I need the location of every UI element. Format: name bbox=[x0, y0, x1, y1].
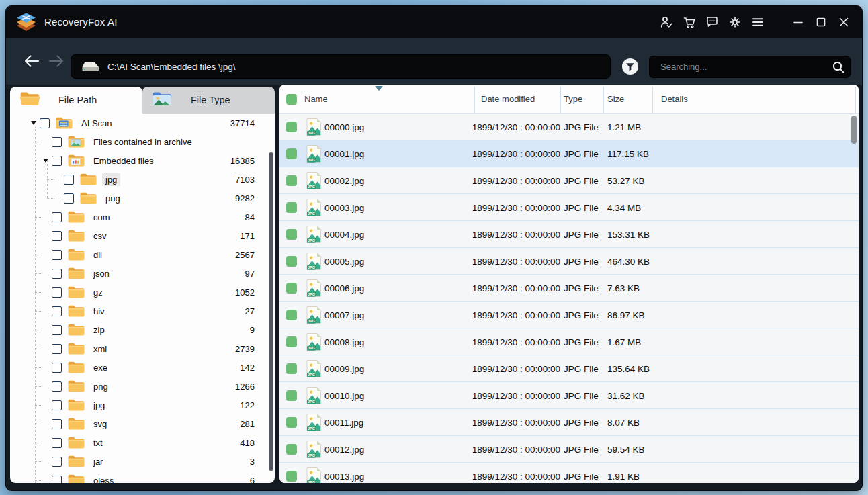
expander-icon[interactable] bbox=[30, 118, 40, 128]
column-header-name[interactable]: Name bbox=[304, 94, 328, 104]
settings-button[interactable] bbox=[724, 11, 746, 34]
tree-checkbox[interactable] bbox=[52, 363, 62, 373]
file-name: 00010.jpg bbox=[324, 390, 364, 400]
tree-checkbox[interactable] bbox=[52, 250, 62, 260]
tree-checkbox[interactable] bbox=[52, 269, 62, 279]
tree-item-svg[interactable]: svg281 bbox=[10, 414, 275, 433]
tree-item-txt[interactable]: txt418 bbox=[10, 433, 275, 452]
file-row-00004.jpg[interactable]: JPG00004.jpg1899/12/30 : 00:00:00JPG Fil… bbox=[279, 221, 859, 248]
column-header-type[interactable]: Type bbox=[564, 94, 582, 104]
maximize-button[interactable] bbox=[810, 11, 832, 34]
tree-item-oless[interactable]: oless6 bbox=[10, 471, 275, 483]
tree-checkbox[interactable] bbox=[64, 193, 74, 204]
sidebar-scrollbar[interactable] bbox=[269, 152, 273, 471]
pic-folder-icon bbox=[67, 135, 85, 148]
row-checkbox[interactable] bbox=[286, 148, 297, 159]
close-button[interactable] bbox=[832, 11, 855, 34]
tree-item-exe[interactable]: exe142 bbox=[10, 358, 275, 377]
file-row-00000.jpg[interactable]: JPG00000.jpg1899/12/30 : 00:00:00JPG Fil… bbox=[279, 114, 859, 140]
store-button[interactable] bbox=[678, 11, 701, 34]
tree-checkbox[interactable] bbox=[52, 287, 62, 298]
tree-checkbox[interactable] bbox=[52, 476, 62, 484]
back-button[interactable] bbox=[23, 52, 40, 70]
tree-checkbox[interactable] bbox=[52, 231, 62, 241]
tree-item-ai-scan[interactable]: AI Scan37714 bbox=[10, 114, 275, 132]
row-checkbox[interactable] bbox=[286, 390, 297, 401]
tree-checkbox[interactable] bbox=[64, 175, 74, 185]
tree-checkbox[interactable] bbox=[52, 344, 62, 354]
forward-button[interactable] bbox=[48, 52, 65, 70]
filter-button[interactable] bbox=[621, 58, 639, 75]
user-check-icon bbox=[660, 15, 673, 29]
row-checkbox[interactable] bbox=[286, 310, 297, 320]
tree-checkbox[interactable] bbox=[52, 156, 62, 166]
row-checkbox[interactable] bbox=[286, 444, 297, 455]
row-checkbox[interactable] bbox=[286, 175, 297, 186]
tree-item-jpg[interactable]: jpg122 bbox=[10, 396, 275, 414]
sort-descending-icon[interactable] bbox=[375, 86, 383, 91]
tree-item-count: 7103 bbox=[235, 175, 255, 185]
tree-item-gz[interactable]: gz1052 bbox=[10, 283, 275, 302]
folder-icon bbox=[67, 248, 85, 261]
path-field[interactable]: C:\AI Scan\Embedded files \jpg\ bbox=[71, 54, 611, 79]
tab-file-path[interactable]: File Path bbox=[10, 87, 142, 114]
file-tree: AI Scan37714Files contained in archiveEm… bbox=[10, 114, 275, 483]
file-row-00005.jpg[interactable]: JPG00005.jpg1899/12/30 : 00:00:00JPG Fil… bbox=[279, 248, 859, 275]
tree-item-hiv[interactable]: hiv27 bbox=[10, 302, 275, 320]
account-button[interactable] bbox=[655, 11, 678, 34]
row-checkbox[interactable] bbox=[286, 471, 297, 482]
tree-checkbox[interactable] bbox=[52, 381, 62, 392]
tree-checkbox[interactable] bbox=[52, 419, 62, 429]
tree-item-embedded-files[interactable]: Embedded files16385 bbox=[10, 151, 275, 170]
tree-item-png[interactable]: png9282 bbox=[10, 189, 275, 208]
tree-item-png[interactable]: png1266 bbox=[10, 377, 275, 396]
row-checkbox[interactable] bbox=[286, 363, 297, 374]
tree-item-files-contained-in-archive[interactable]: Files contained in archive bbox=[10, 132, 275, 151]
row-checkbox[interactable] bbox=[286, 202, 297, 213]
row-checkbox[interactable] bbox=[286, 336, 297, 347]
file-row-00007.jpg[interactable]: JPG00007.jpg1899/12/30 : 00:00:00JPG Fil… bbox=[279, 302, 859, 328]
tree-item-com[interactable]: com84 bbox=[10, 208, 275, 226]
tree-item-csv[interactable]: csv171 bbox=[10, 226, 275, 245]
file-row-00013.jpg[interactable]: JPG00013.jpg1899/12/30 : 00:00:00JPG Fil… bbox=[279, 463, 859, 483]
tree-checkbox[interactable] bbox=[52, 212, 62, 222]
tree-checkbox[interactable] bbox=[52, 457, 62, 467]
tree-item-dll[interactable]: dll2567 bbox=[10, 245, 275, 264]
tree-checkbox[interactable] bbox=[52, 325, 62, 335]
row-checkbox[interactable] bbox=[286, 417, 297, 428]
select-all-checkbox[interactable] bbox=[286, 94, 297, 105]
row-checkbox[interactable] bbox=[286, 256, 297, 267]
file-row-00002.jpg[interactable]: JPG00002.jpg1899/12/30 : 00:00:00JPG Fil… bbox=[279, 167, 859, 194]
tree-item-xml[interactable]: xml2739 bbox=[10, 339, 275, 358]
file-row-00010.jpg[interactable]: JPG00010.jpg1899/12/30 : 00:00:00JPG Fil… bbox=[279, 382, 859, 409]
column-header-details[interactable]: Details bbox=[661, 94, 688, 104]
feedback-button[interactable] bbox=[701, 11, 724, 34]
file-row-00003.jpg[interactable]: JPG00003.jpg1899/12/30 : 00:00:00JPG Fil… bbox=[279, 194, 859, 221]
tree-item-jar[interactable]: jar3 bbox=[10, 452, 275, 471]
file-row-00009.jpg[interactable]: JPG00009.jpg1899/12/30 : 00:00:00JPG Fil… bbox=[279, 355, 859, 382]
tab-file-type[interactable]: File Type bbox=[142, 87, 275, 114]
row-checkbox[interactable] bbox=[286, 122, 297, 132]
row-checkbox[interactable] bbox=[286, 229, 297, 240]
column-header-date-modified[interactable]: Date modified bbox=[481, 94, 535, 104]
tree-checkbox[interactable] bbox=[52, 400, 62, 410]
file-row-00001.jpg[interactable]: JPG00001.jpg1899/12/30 : 00:00:00JPG Fil… bbox=[279, 140, 859, 167]
tree-checkbox[interactable] bbox=[52, 137, 62, 147]
file-row-00012.jpg[interactable]: JPG00012.jpg1899/12/30 : 00:00:00JPG Fil… bbox=[279, 436, 859, 463]
table-scrollbar[interactable] bbox=[851, 116, 857, 144]
tree-checkbox[interactable] bbox=[52, 306, 62, 316]
minimize-button[interactable] bbox=[787, 11, 810, 34]
row-checkbox[interactable] bbox=[286, 283, 297, 294]
file-row-00011.jpg[interactable]: JPG00011.jpg1899/12/30 : 00:00:00JPG Fil… bbox=[279, 409, 859, 436]
tree-item-zip[interactable]: zip9 bbox=[10, 320, 275, 339]
tree-checkbox[interactable] bbox=[52, 438, 62, 448]
search-input[interactable] bbox=[650, 62, 828, 72]
file-row-00006.jpg[interactable]: JPG00006.jpg1899/12/30 : 00:00:00JPG Fil… bbox=[279, 275, 859, 302]
tree-item-jpg[interactable]: jpg7103 bbox=[10, 170, 275, 189]
file-row-00008.jpg[interactable]: JPG00008.jpg1899/12/30 : 00:00:00JPG Fil… bbox=[279, 328, 859, 355]
search-button[interactable] bbox=[828, 58, 849, 76]
tree-item-json[interactable]: json97 bbox=[10, 264, 275, 283]
tree-checkbox[interactable] bbox=[40, 118, 50, 128]
menu-button[interactable] bbox=[746, 11, 769, 34]
column-header-size[interactable]: Size bbox=[607, 94, 624, 104]
